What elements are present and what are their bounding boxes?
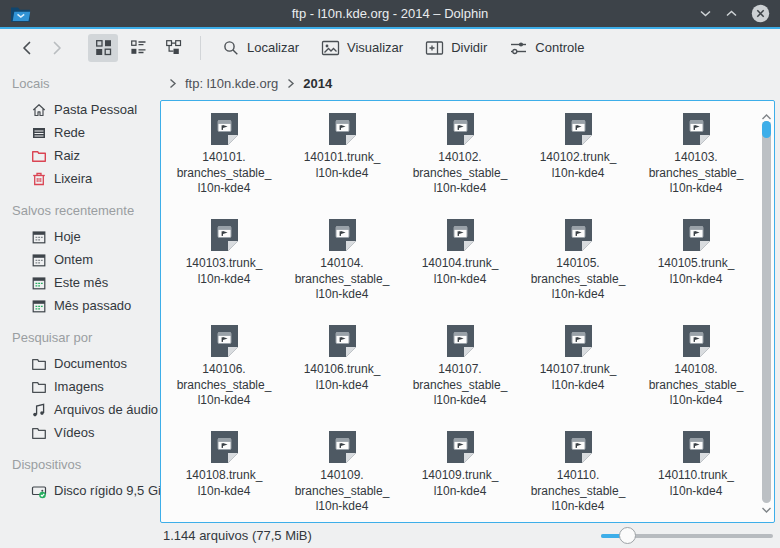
control-icon (509, 39, 528, 57)
zoom-slider-handle[interactable] (619, 527, 636, 544)
scrollbar-thumb[interactable] (762, 121, 771, 138)
file-name: 140107.trunk_l10n-kde4 (540, 362, 617, 393)
video-file-icon (329, 325, 356, 357)
sidebar-item-label: Pasta Pessoal (54, 102, 137, 117)
localizar-button[interactable]: Localizar (211, 33, 310, 63)
calendar-icon (31, 229, 47, 245)
file-name: 140108.branches_stable_l10n-kde4 (649, 362, 744, 409)
file-name: 140106.branches_stable_l10n-kde4 (177, 362, 272, 409)
dividir-button[interactable]: Dividir (414, 33, 498, 63)
video-file-icon (565, 431, 592, 463)
close-button[interactable] (751, 4, 770, 23)
file-item[interactable]: 140106.trunk_l10n-kde4 (285, 325, 399, 431)
video-file-icon (565, 219, 592, 251)
sidebar-item-label: Mês passado (54, 298, 131, 313)
controle-button[interactable]: Controle (498, 33, 595, 63)
sidebar-item-arquivos-de-udio[interactable]: Arquivos de áudio (0, 398, 160, 421)
sidebar-section-pesquisar-por: Pesquisar porDocumentosImagensArquivos d… (0, 330, 160, 444)
video-file-icon (683, 325, 710, 357)
details-view-button[interactable] (123, 34, 153, 62)
breadcrumb-segment-2014[interactable]: 2014 (303, 76, 332, 91)
file-item[interactable]: 140105.branches_stable_l10n-kde4 (521, 219, 635, 325)
chevron-right-icon (286, 78, 295, 89)
sidebar-item-label: Ontem (54, 252, 93, 267)
file-name: 140105.branches_stable_l10n-kde4 (531, 256, 626, 303)
file-item[interactable]: 140101.trunk_l10n-kde4 (285, 113, 399, 219)
tree-view-button[interactable] (158, 34, 188, 62)
tree-view-icon (165, 39, 182, 56)
calendar-icon (31, 252, 47, 268)
sidebar-item-pasta-pessoal[interactable]: Pasta Pessoal (0, 98, 160, 121)
file-name: 140107.branches_stable_l10n-kde4 (413, 362, 508, 409)
file-item[interactable]: 140102.branches_stable_l10n-kde4 (403, 113, 517, 219)
minimize-button[interactable] (699, 9, 712, 18)
sidebar-item-lixeira[interactable]: Lixeira (0, 167, 160, 190)
visualizar-button[interactable]: Visualizar (310, 33, 414, 63)
forward-button[interactable] (42, 33, 72, 63)
sidebar-item-label: Imagens (54, 379, 104, 394)
file-item[interactable]: 140103.branches_stable_l10n-kde4 (639, 113, 753, 219)
video-file-icon (329, 219, 356, 251)
icons-view-icon (95, 39, 112, 56)
sidebar-section-salvos-recentemente: Salvos recentementeHojeOntemEste mêsMês … (0, 203, 160, 317)
dividir-label: Dividir (451, 40, 487, 55)
sidebar-item-hoje[interactable]: Hoje (0, 225, 160, 248)
vertical-scrollbar[interactable] (760, 103, 773, 520)
back-button[interactable] (12, 33, 42, 63)
sidebar-item-raiz[interactable]: Raiz (0, 144, 160, 167)
file-item[interactable]: 140105.trunk_l10n-kde4 (639, 219, 753, 325)
window-title: ftp - l10n.kde.org - 2014 – Dolphin (0, 6, 780, 21)
file-item[interactable]: 140110.trunk_l10n-kde4 (639, 431, 753, 537)
sidebar-item-rede[interactable]: Rede (0, 121, 160, 144)
sidebar-section-title: Salvos recentemente (12, 203, 160, 218)
sidebar-item-label: Lixeira (54, 171, 92, 186)
network-icon (31, 125, 47, 141)
scrollbar-track[interactable] (762, 121, 771, 503)
file-item[interactable]: 140101.branches_stable_l10n-kde4 (167, 113, 281, 219)
calendar-green-icon (31, 298, 47, 314)
file-item[interactable]: 140108.trunk_l10n-kde4 (167, 431, 281, 537)
file-name: 140104.trunk_l10n-kde4 (422, 256, 499, 287)
sidebar-item-imagens[interactable]: Imagens (0, 375, 160, 398)
sidebar-item-label: Raiz (54, 148, 80, 163)
maximize-button[interactable] (725, 9, 738, 18)
file-item[interactable]: 140104.trunk_l10n-kde4 (403, 219, 517, 325)
sidebar-item-label: Documentos (54, 356, 127, 371)
file-item[interactable]: 140102.trunk_l10n-kde4 (521, 113, 635, 219)
file-item[interactable]: 140110.branches_stable_l10n-kde4 (521, 431, 635, 537)
chevron-right-icon (168, 78, 177, 89)
file-name: 140108.trunk_l10n-kde4 (186, 468, 263, 499)
scroll-down-icon[interactable] (761, 500, 772, 518)
sidebar-item-este-m-s[interactable]: Este mês (0, 271, 160, 294)
preview-icon (321, 39, 340, 57)
details-view-icon (130, 39, 147, 56)
split-icon (425, 39, 444, 57)
file-item[interactable]: 140108.branches_stable_l10n-kde4 (639, 325, 753, 431)
file-item[interactable]: 140106.branches_stable_l10n-kde4 (167, 325, 281, 431)
file-item[interactable]: 140104.branches_stable_l10n-kde4 (285, 219, 399, 325)
file-item[interactable]: 140103.trunk_l10n-kde4 (167, 219, 281, 325)
sidebar-item-disco-r-gido-9-5-gib[interactable]: Disco rígido 9,5 GiB (0, 479, 160, 502)
sidebar-item-label: Hoje (54, 229, 81, 244)
video-file-icon (447, 219, 474, 251)
folder-icon (31, 425, 47, 441)
file-item[interactable]: 140109.trunk_l10n-kde4 (403, 431, 517, 537)
sidebar-item-v-deos[interactable]: Vídeos (0, 421, 160, 444)
zoom-slider[interactable] (601, 527, 773, 545)
music-icon (31, 402, 47, 418)
file-item[interactable]: 140107.branches_stable_l10n-kde4 (403, 325, 517, 431)
folder-icon (31, 356, 47, 372)
sidebar-item-m-s-passado[interactable]: Mês passado (0, 294, 160, 317)
sidebar-item-ontem[interactable]: Ontem (0, 248, 160, 271)
breadcrumb-segment-ftp-l10n-kde-org[interactable]: ftp: l10n.kde.org (185, 76, 278, 91)
sidebar-item-label: Arquivos de áudio (54, 402, 158, 417)
video-file-icon (211, 113, 238, 145)
file-name: 140102.branches_stable_l10n-kde4 (413, 150, 508, 197)
sidebar-item-documentos[interactable]: Documentos (0, 352, 160, 375)
sidebar-section-dispositivos: DispositivosDisco rígido 9,5 GiB (0, 457, 160, 502)
icons-view-button[interactable] (88, 34, 118, 62)
file-name: 140109.trunk_l10n-kde4 (422, 468, 499, 499)
home-icon (31, 102, 47, 118)
file-item[interactable]: 140107.trunk_l10n-kde4 (521, 325, 635, 431)
file-item[interactable]: 140109.branches_stable_l10n-kde4 (285, 431, 399, 537)
